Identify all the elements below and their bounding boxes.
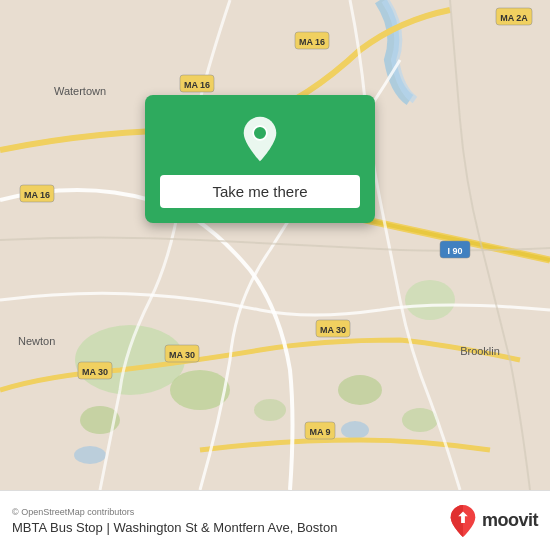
moovit-logo-icon [449, 504, 477, 538]
svg-text:MA 30: MA 30 [320, 325, 346, 335]
stop-info: © OpenStreetMap contributors MBTA Bus St… [12, 507, 337, 535]
svg-text:Newton: Newton [18, 335, 55, 347]
svg-point-4 [338, 375, 382, 405]
svg-text:MA 30: MA 30 [169, 350, 195, 360]
svg-text:MA 2A: MA 2A [500, 13, 528, 23]
stop-title: MBTA Bus Stop | Washington St & Montfern… [12, 520, 337, 535]
location-card: Take me there [145, 95, 375, 223]
svg-text:Watertown: Watertown [54, 85, 106, 97]
svg-point-3 [405, 280, 455, 320]
moovit-text: moovit [482, 510, 538, 531]
svg-point-31 [253, 126, 267, 140]
svg-text:MA 16: MA 16 [299, 37, 325, 47]
svg-text:MA 16: MA 16 [24, 190, 50, 200]
map-svg: MA 16 MA 16 MA 16 I 90 MA 30 MA 30 MA 30… [0, 0, 550, 490]
bottom-bar: © OpenStreetMap contributors MBTA Bus St… [0, 490, 550, 550]
copyright-text: © OpenStreetMap contributors [12, 507, 337, 517]
svg-text:I 90: I 90 [447, 246, 462, 256]
svg-point-8 [341, 421, 369, 439]
take-me-there-button[interactable]: Take me there [160, 175, 360, 208]
svg-text:MA 16: MA 16 [184, 80, 210, 90]
svg-point-7 [254, 399, 286, 421]
svg-point-9 [74, 446, 106, 464]
svg-text:MA 30: MA 30 [82, 367, 108, 377]
svg-text:MA 9: MA 9 [309, 427, 330, 437]
moovit-logo: moovit [449, 504, 538, 538]
svg-text:Brooklin: Brooklin [460, 345, 500, 357]
location-pin-icon [236, 115, 284, 163]
map-container: MA 16 MA 16 MA 16 I 90 MA 30 MA 30 MA 30… [0, 0, 550, 490]
svg-point-5 [402, 408, 438, 432]
